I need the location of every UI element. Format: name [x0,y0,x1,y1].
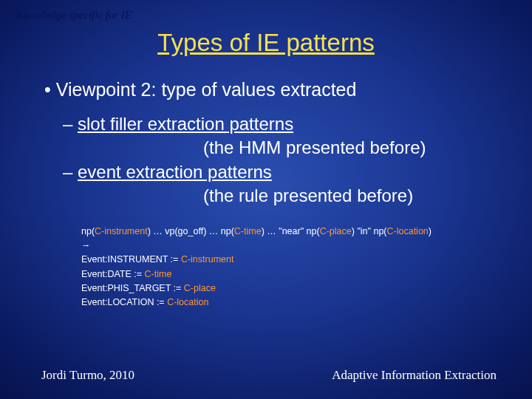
rule-line-3: Event:INSTRUMENT := C-instrument [81,253,510,267]
sub-item-2-label: event extraction patterns [78,162,272,182]
rule-block: np(C-instrument) … vp(go_off) … np(C-tim… [81,225,510,310]
footer: Jordi Turmo, 2010 Adaptive Information E… [0,368,532,383]
sub-item-1-label: slot filler extraction patterns [78,114,293,134]
rule-line-6: Event:LOCATION := C-location [81,296,510,310]
footer-author: Jordi Turmo, 2010 [41,368,134,383]
rule-line-5: Event:PHIS_TARGET := C-place [81,282,510,296]
sub-item-1: –slot filler extraction patterns [78,112,510,136]
rule-line-1: np(C-instrument) … vp(go_off) … np(C-tim… [81,225,510,239]
main-bullet: Viewpoint 2: type of values extracted [44,79,510,100]
footer-title: Adaptive Information Extraction [332,368,497,383]
rule-line-arrow: → [81,239,510,253]
sub-list: –slot filler extraction patterns (the HM… [78,112,510,208]
slide-content: Viewpoint 2: type of values extracted –s… [0,57,532,310]
rule-line-4: Event:DATE := C-time [81,267,510,282]
slide-title: Types of IE patterns [0,29,532,57]
sub-item-2: –event extraction patterns [78,160,510,184]
sub-item-2-detail: (the rule presented before) [203,184,510,208]
breadcrumb: Knowledge specific for IE [0,0,532,21]
sub-item-1-detail: (the HMM presented before) [203,136,510,160]
